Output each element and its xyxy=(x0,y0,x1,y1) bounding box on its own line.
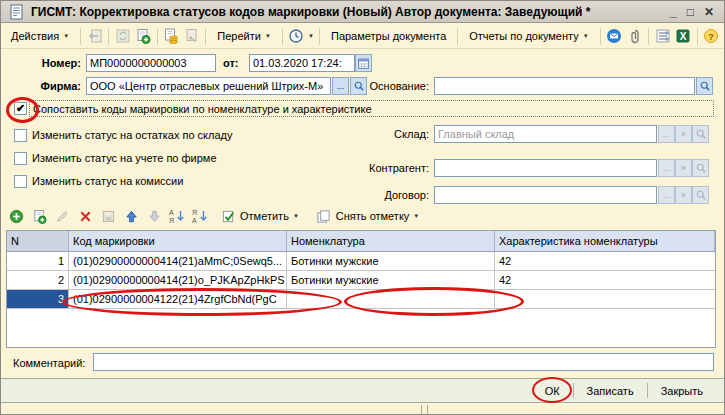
move-row-down-icon xyxy=(145,207,163,225)
row-number-cell[interactable]: 3 xyxy=(7,290,69,309)
match-codes-label[interactable]: Сопоставить коды маркировки по номенклат… xyxy=(29,100,714,117)
warehouse-label: Склад: xyxy=(349,126,429,143)
svg-text:Я: Я xyxy=(192,209,197,216)
ok-button[interactable]: ОК xyxy=(536,382,569,400)
toolbar-separator xyxy=(205,28,206,45)
warehouse-open-magnifier-icon xyxy=(692,125,709,143)
table-header-row: N Код маркировки Номенклатура Характерис… xyxy=(7,231,715,252)
edit-row-icon xyxy=(53,207,71,225)
row-number-cell[interactable]: 2 xyxy=(7,271,69,290)
add-row-icon[interactable] xyxy=(7,207,25,225)
column-header-n[interactable]: N xyxy=(7,231,69,252)
document-parameters-button[interactable]: Параметры документа xyxy=(325,27,452,45)
counterparty-clear-icon: × xyxy=(675,159,692,177)
svg-text:?: ? xyxy=(709,32,715,42)
maximize-button[interactable]: □ xyxy=(687,5,694,19)
nomenclature-cell[interactable]: Ботинки мужские xyxy=(287,271,495,290)
code-cell[interactable]: (01)02900000004122(21)4ZrgfCbNd(PgC xyxy=(69,290,287,309)
document-structure-icon[interactable] xyxy=(654,27,671,46)
firm-label: Фирма: xyxy=(1,78,81,95)
warehouse-input[interactable] xyxy=(434,125,657,143)
goto-menu-label: Перейти xyxy=(217,30,261,42)
document-parameters-label: Параметры документа xyxy=(331,30,446,42)
toolbar-separator xyxy=(157,28,158,45)
characteristic-cell[interactable]: 42 xyxy=(495,252,715,271)
basis-input[interactable] xyxy=(434,77,695,95)
close-form-button[interactable]: Закрыть xyxy=(652,382,712,400)
toolbar-separator xyxy=(319,28,320,45)
contract-select-button: ... xyxy=(658,186,675,204)
calendar-icon[interactable] xyxy=(355,54,372,72)
characteristic-cell[interactable] xyxy=(495,290,715,309)
send-mail-icon[interactable] xyxy=(606,27,623,46)
footer-button-bar: ОК Записать Закрыть xyxy=(1,378,724,403)
contract-input[interactable] xyxy=(434,186,657,204)
column-header-nomenclature[interactable]: Номенклатура xyxy=(287,231,495,252)
goto-menu-button[interactable]: Перейти ▼ xyxy=(211,27,277,45)
table-row[interactable]: 2 (01)02900000000414(21)o_PJKApZpHkPS Бо… xyxy=(7,271,715,290)
dropdown-arrow-icon[interactable]: ▼ xyxy=(308,33,314,39)
table-row-selected[interactable]: 3 (01)02900000004122(21)4ZrgfCbNd(PgC xyxy=(7,290,715,309)
contract-open-magnifier-icon xyxy=(692,186,709,204)
warehouse-clear-icon: × xyxy=(675,125,692,143)
unmark-squares-icon xyxy=(316,208,332,224)
change-status-stock-checkbox[interactable] xyxy=(14,129,27,142)
minimize-button[interactable]: _ xyxy=(670,5,677,19)
column-header-characteristic[interactable]: Характеристика номенклатуры xyxy=(495,231,715,252)
svg-text:Я: Я xyxy=(169,217,174,224)
help-icon[interactable]: ? xyxy=(703,27,720,46)
sort-ascending-icon[interactable]: АЯ xyxy=(168,207,186,225)
delete-row-icon[interactable] xyxy=(76,207,94,225)
svg-text:А: А xyxy=(192,217,197,224)
sort-descending-icon[interactable]: ЯА xyxy=(191,207,209,225)
toolbar-separator xyxy=(80,28,81,45)
change-status-commission-checkbox[interactable] xyxy=(14,175,27,188)
status-bar xyxy=(1,404,724,415)
export-excel-icon[interactable]: X xyxy=(674,27,691,46)
unmark-rows-button[interactable]: Снять отметку ▼ xyxy=(310,205,425,227)
write-button[interactable]: Записать xyxy=(578,382,643,400)
dropdown-arrow-icon: ▼ xyxy=(293,213,299,219)
row-number-cell[interactable]: 1 xyxy=(7,252,69,271)
firm-select-button[interactable]: ... xyxy=(332,77,349,95)
attachments-paperclip-icon[interactable] xyxy=(626,27,643,46)
code-cell[interactable]: (01)02900000000414(21)aMmC;0Sewq5... xyxy=(69,252,287,271)
code-cell[interactable]: (01)02900000000414(21)o_PJKApZpHkPS xyxy=(69,271,287,290)
navigate-back-icon xyxy=(86,27,103,46)
firm-input[interactable] xyxy=(86,77,331,95)
counterparty-input[interactable] xyxy=(434,159,657,177)
svg-text:X: X xyxy=(680,31,687,42)
nomenclature-cell[interactable] xyxy=(287,290,495,309)
nomenclature-cell[interactable]: Ботинки мужские xyxy=(287,252,495,271)
actions-menu-button[interactable]: Действия ▼ xyxy=(5,27,75,45)
date-input[interactable] xyxy=(249,54,355,72)
change-status-firm-checkbox[interactable] xyxy=(14,152,27,165)
move-row-up-icon[interactable] xyxy=(122,207,140,225)
column-header-code[interactable]: Код маркировки xyxy=(69,231,287,252)
table-row[interactable]: 1 (01)02900000000414(21)aMmC;0Sewq5... Б… xyxy=(7,252,715,271)
change-status-commission-label[interactable]: Изменить статус на комиссии xyxy=(29,173,186,190)
post-document-icon[interactable] xyxy=(163,27,180,46)
change-status-stock-label[interactable]: Изменить статус на остатках по складу xyxy=(29,127,236,144)
comment-input[interactable] xyxy=(93,353,714,371)
clock-icon[interactable] xyxy=(288,27,305,46)
unmark-rows-label: Снять отметку xyxy=(336,210,410,222)
unpost-document-icon xyxy=(183,27,200,46)
basis-open-magnifier-icon[interactable] xyxy=(696,77,713,95)
document-reports-button[interactable]: Отчеты по документу ▼ xyxy=(463,27,594,45)
number-input[interactable] xyxy=(86,54,216,72)
characteristic-cell[interactable]: 42 xyxy=(495,271,715,290)
titlebar: ГИСМТ: Корректировка статусов кодов марк… xyxy=(1,1,724,23)
change-status-firm-label[interactable]: Изменить статус на учете по фирме xyxy=(29,150,220,167)
match-codes-checkbox[interactable]: ✔ xyxy=(14,102,27,115)
splitter-handle[interactable] xyxy=(421,405,428,414)
mark-rows-button[interactable]: Отметить ▼ xyxy=(214,205,305,227)
toolbar-separator xyxy=(108,28,109,45)
close-button[interactable]: ✕ xyxy=(704,5,714,19)
copy-document-icon[interactable] xyxy=(135,27,152,46)
toolbar-separator xyxy=(457,28,458,45)
document-reports-label: Отчеты по документу xyxy=(469,30,578,42)
window-title: ГИСМТ: Корректировка статусов кодов марк… xyxy=(31,5,665,19)
basis-label: Основание: xyxy=(349,78,429,95)
copy-row-icon[interactable] xyxy=(30,207,48,225)
